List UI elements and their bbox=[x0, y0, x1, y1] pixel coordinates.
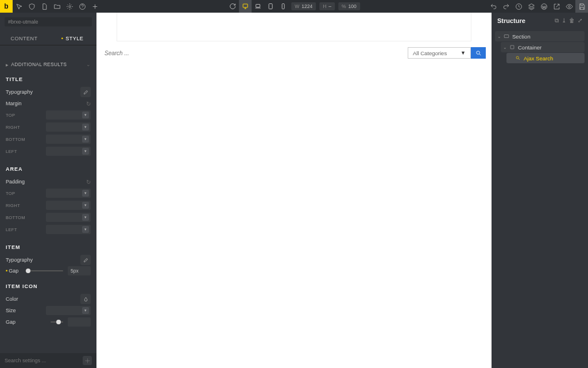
tree-item-label: Section bbox=[512, 33, 531, 40]
history-icon[interactable] bbox=[512, 0, 525, 13]
gap-label: Gap bbox=[6, 268, 21, 274]
svg-rect-2 bbox=[243, 4, 247, 7]
svg-point-9 bbox=[476, 51, 479, 54]
wordpress-icon[interactable] bbox=[537, 0, 550, 13]
svg-rect-5 bbox=[282, 4, 284, 9]
page-frame bbox=[117, 13, 471, 41]
structure-panel: Structure ⧉ ⤓ 🗑 ⤢ ⌄Section⌄ContainerAjax… bbox=[492, 13, 588, 368]
app-logo[interactable]: b bbox=[0, 0, 13, 13]
add-icon[interactable] bbox=[88, 0, 101, 13]
zoom-input[interactable]: %100 bbox=[338, 2, 360, 10]
structure-tree: ⌄Section⌄ContainerAjax Search bbox=[492, 29, 588, 66]
svg-point-7 bbox=[568, 5, 570, 7]
category-select[interactable]: All Categories▼ bbox=[408, 47, 471, 59]
tree-item-label: Ajax Search bbox=[524, 55, 553, 62]
search-icon bbox=[514, 55, 521, 62]
tree-item-label: Container bbox=[518, 44, 541, 51]
section-title: TITLE Typography Margin↻ TOP▾ RIGHT▾ BOT… bbox=[0, 71, 96, 160]
top-toolbar: b W1224 H– %100 bbox=[0, 0, 588, 13]
icon-size-input[interactable]: ▾ bbox=[46, 306, 91, 315]
tree-item-ajax-search[interactable]: Ajax Search bbox=[506, 53, 585, 63]
layers-icon[interactable] bbox=[525, 0, 537, 13]
svg-point-12 bbox=[516, 56, 519, 59]
preview-icon[interactable] bbox=[563, 0, 575, 13]
settings-search bbox=[0, 353, 96, 368]
pointer-icon[interactable] bbox=[13, 0, 25, 13]
padding-right-input[interactable]: ▾ bbox=[46, 201, 91, 210]
search-button[interactable] bbox=[471, 47, 486, 59]
section-heading: TITLE bbox=[6, 76, 91, 82]
svg-point-0 bbox=[68, 5, 70, 7]
svg-rect-10 bbox=[504, 35, 509, 38]
save-icon[interactable] bbox=[575, 0, 588, 13]
tab-content[interactable]: CONTENT bbox=[0, 32, 48, 45]
tablet-breakpoint-icon[interactable] bbox=[264, 0, 277, 13]
icon-gap-slider[interactable] bbox=[51, 321, 63, 323]
expand-icon[interactable]: ⤢ bbox=[578, 17, 582, 24]
element-id-input[interactable]: #brxe-utmale bbox=[5, 17, 92, 26]
accordion-additional-results[interactable]: ADDITIONAL RESULTS⌄ bbox=[0, 58, 96, 71]
settings-search-input[interactable] bbox=[5, 358, 83, 363]
margin-right-input[interactable]: ▾ bbox=[46, 122, 91, 132]
reset-icon[interactable]: ↻ bbox=[86, 179, 91, 185]
gap-value-input[interactable]: 5px bbox=[68, 266, 91, 275]
icon-gap-value-input[interactable] bbox=[68, 317, 91, 327]
toolbar-left: b bbox=[0, 0, 101, 13]
margin-top-input[interactable]: ▾ bbox=[46, 110, 91, 120]
folder-icon[interactable] bbox=[51, 0, 63, 13]
svg-rect-4 bbox=[269, 4, 272, 9]
toolbar-center: W1224 H– %100 bbox=[226, 0, 362, 13]
svg-rect-11 bbox=[510, 45, 514, 49]
margin-bottom-input[interactable]: ▾ bbox=[46, 135, 91, 144]
search-settings-gear-icon[interactable] bbox=[83, 356, 92, 365]
refresh-icon[interactable] bbox=[226, 0, 239, 13]
copy-icon[interactable]: ⧉ bbox=[555, 17, 559, 24]
section-icon bbox=[503, 33, 510, 40]
edit-typography-button[interactable] bbox=[80, 255, 91, 265]
mobile-breakpoint-icon[interactable] bbox=[277, 0, 289, 13]
width-input[interactable]: W1224 bbox=[291, 2, 316, 10]
undo-icon[interactable] bbox=[487, 0, 500, 13]
desktop-breakpoint-icon[interactable] bbox=[239, 0, 252, 13]
canvas[interactable]: All Categories▼ bbox=[96, 13, 492, 368]
padding-bottom-input[interactable]: ▾ bbox=[46, 213, 91, 222]
page-icon[interactable] bbox=[38, 0, 51, 13]
svg-point-8 bbox=[87, 360, 88, 361]
padding-left-input[interactable]: ▾ bbox=[46, 225, 91, 234]
svg-rect-3 bbox=[256, 5, 260, 7]
height-input[interactable]: H– bbox=[319, 2, 335, 10]
chevron-down-icon: ⌄ bbox=[86, 62, 91, 67]
chevron-icon: ⌄ bbox=[497, 34, 503, 39]
gap-slider[interactable] bbox=[25, 270, 63, 271]
tree-item-container[interactable]: ⌄Container bbox=[501, 42, 585, 52]
chevron-icon: ⌄ bbox=[503, 45, 509, 50]
structure-title: Structure bbox=[497, 17, 525, 24]
left-panel: #brxe-utmale CONTENT STYLE ADDITIONAL RE… bbox=[0, 13, 96, 368]
gear-icon[interactable] bbox=[63, 0, 76, 13]
tab-style[interactable]: STYLE bbox=[48, 32, 96, 45]
ajax-search-widget: All Categories▼ bbox=[102, 47, 486, 59]
download-icon[interactable]: ⤓ bbox=[562, 17, 566, 24]
typography-label: Typography bbox=[6, 89, 33, 95]
margin-left-input[interactable]: ▾ bbox=[46, 147, 91, 156]
unit-toggle[interactable]: ▾ bbox=[82, 112, 89, 118]
section-area: AREA Padding↻ TOP▾ RIGHT▾ BOTTOM▾ LEFT▾ bbox=[0, 160, 96, 239]
tree-item-section[interactable]: ⌄Section bbox=[495, 31, 585, 41]
edit-typography-button[interactable] bbox=[80, 87, 91, 97]
trash-icon[interactable]: 🗑 bbox=[569, 17, 575, 24]
color-picker-button[interactable] bbox=[80, 294, 91, 304]
margin-label: Margin bbox=[6, 101, 22, 106]
shield-icon[interactable] bbox=[25, 0, 38, 13]
help-icon[interactable] bbox=[76, 0, 88, 13]
redo-icon[interactable] bbox=[500, 0, 512, 13]
laptop-breakpoint-icon[interactable] bbox=[252, 0, 264, 13]
toolbar-right bbox=[487, 0, 588, 13]
external-link-icon[interactable] bbox=[550, 0, 563, 13]
padding-top-input[interactable]: ▾ bbox=[46, 189, 91, 198]
reset-icon[interactable]: ↻ bbox=[86, 101, 91, 107]
panel-tabs: CONTENT STYLE bbox=[0, 32, 96, 45]
dropdown-arrow-icon: ▼ bbox=[461, 50, 466, 56]
section-item: ITEM Typography Gap 5px bbox=[0, 239, 96, 278]
section-item-icon: ITEM ICON Color Size▾ Gap bbox=[0, 278, 96, 329]
search-input[interactable] bbox=[102, 47, 408, 59]
